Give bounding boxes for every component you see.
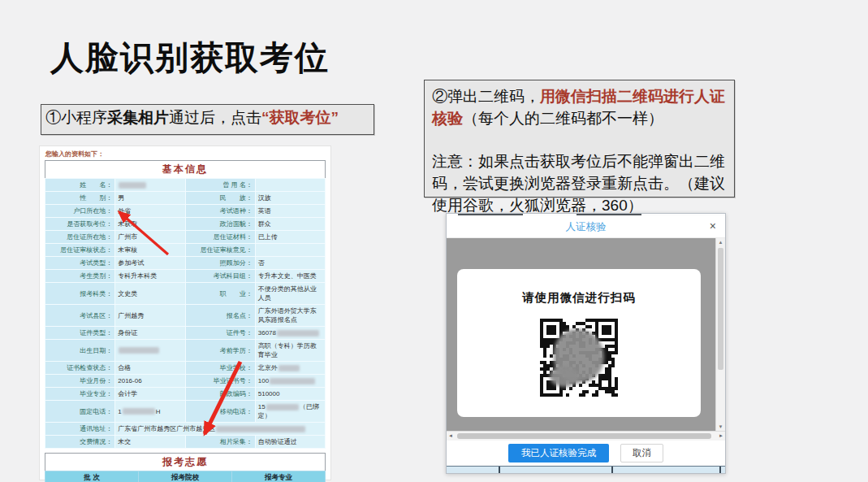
field-value	[115, 179, 185, 192]
step2-text: ②弹出二维码，	[432, 88, 540, 105]
scroll-down-icon[interactable]: ▼	[716, 423, 725, 431]
redacted-value	[270, 378, 315, 384]
qr-privacy-blur-2	[550, 366, 579, 387]
field-value: 广东外语外贸大学东风东路报名点	[255, 305, 325, 327]
page-behind-bottom	[447, 466, 725, 473]
column-header-college: 报考院校	[139, 471, 232, 482]
field-value: 汉族	[255, 192, 325, 205]
dialog-title: 人证核验	[566, 220, 607, 234]
form-intro-text: 您输入的资料如下：	[45, 150, 326, 158]
vertical-scrollbar[interactable]: ▲ ▼	[715, 238, 725, 431]
field-label: 考试语种：	[185, 205, 255, 218]
field-value: 专科升本科类	[115, 270, 185, 283]
field-value: 1H	[115, 401, 185, 423]
dialog-footer: 我已人证核验完成 取消	[447, 441, 725, 466]
field-label: 证书检查状态：	[45, 362, 115, 375]
field-value: 否	[255, 257, 325, 270]
field-value: 未交	[115, 436, 185, 449]
slide: 人脸识别获取考位 ①小程序采集相片通过后，点击“获取考位” ②弹出二维码，用微信…	[0, 0, 868, 482]
step1-text-2: 通过后，点击	[169, 109, 261, 126]
preferences-title: 报考志愿	[45, 454, 326, 471]
qr-code	[540, 319, 618, 397]
info-row: 考生类别：专科升本科类考试科目组：专升本文史、中医类	[45, 270, 326, 283]
field-label: 民 族：	[185, 192, 255, 205]
info-row: 毕业专业：会计学邮政编码：510000	[45, 388, 326, 401]
field-label: 毕业月份：	[45, 375, 115, 388]
field-value: 高职（专科）学历教育毕业	[255, 340, 325, 362]
field-label: 考试类型：	[45, 257, 115, 270]
field-label: 证件类型：	[45, 327, 115, 340]
field-label: 交费情况：	[45, 436, 115, 449]
scroll-right-icon[interactable]: ►	[719, 432, 723, 441]
vertical-scroll-thumb[interactable]	[718, 248, 723, 370]
horizontal-scrollbar[interactable]: ◄ ►	[447, 431, 725, 441]
redacted-value	[119, 347, 159, 354]
scroll-up-icon[interactable]: ▲	[716, 238, 725, 246]
registration-form-screenshot: 您输入的资料如下： 基本信息 姓 名：曾 用 名：性 别：男民 族：汉族户口所在…	[39, 145, 331, 480]
field-label: 相片采集：	[185, 436, 255, 449]
field-value: 参加考试	[115, 257, 185, 270]
field-label: 考前学历：	[185, 340, 255, 362]
redacted-value	[216, 426, 305, 432]
field-label: 居住证所在地：	[45, 231, 115, 244]
field-label: 姓 名：	[45, 179, 115, 192]
field-label: 报名点：	[185, 305, 255, 327]
column-header-batch: 批 次	[45, 471, 139, 482]
redacted-value	[123, 408, 155, 415]
basic-info-table: 基本信息 姓 名：曾 用 名：性 别：男民 族：汉族户口所在地：外省考试语种：英…	[45, 160, 326, 449]
basic-info-title: 基本信息	[45, 161, 326, 179]
field-label: 考试科目组：	[185, 270, 255, 283]
field-label: 考试县区：	[45, 305, 115, 327]
dialog-titlebar: 人证核验 ×	[447, 216, 725, 238]
field-value: 不便分类的其他从业人员	[255, 283, 325, 305]
field-label: 移动电话：	[185, 401, 255, 423]
close-icon[interactable]: ×	[710, 219, 716, 233]
field-value: 100	[255, 375, 325, 388]
scan-instruction: 请使用微信进行扫码	[457, 290, 701, 306]
preferences-header-row: 批 次 报考院校 报考专业	[45, 471, 326, 482]
field-value: 广东省广州市越秀区广州市越秀区	[115, 423, 326, 436]
field-value: 广州越秀	[115, 305, 185, 327]
field-label: 出生日期：	[45, 340, 115, 362]
field-label: 性 别：	[45, 192, 115, 205]
info-row: 是否获取考位：未获取政治面貌：群众	[45, 218, 326, 231]
column-header-major: 报考专业	[232, 471, 326, 482]
info-row: 固定电话：1H移动电话：15（已绑定）	[45, 401, 326, 423]
field-label: 照顾加分：	[185, 257, 255, 270]
field-label: 居住证材料：	[185, 231, 255, 244]
info-row: 居住证所在地：广州市居住证材料：已上传	[45, 231, 326, 244]
verification-dialog-screenshot: 人证核验 × 请使用微信进行扫码 ▲ ▼ ◄ ► 我已	[446, 213, 726, 474]
info-row: 居住证审核状态：未审核居住证审核意见：	[45, 244, 326, 257]
field-value: 广州市	[115, 231, 185, 244]
field-label: 职 业：	[185, 283, 255, 305]
field-label: 邮政编码：	[185, 388, 255, 401]
cancel-button[interactable]: 取消	[620, 444, 663, 462]
field-value	[115, 340, 185, 362]
info-row: 证件类型：身份证证件号：36078	[45, 327, 326, 340]
field-label: 毕业学校：	[185, 362, 255, 375]
horizontal-scroll-thumb[interactable]	[457, 433, 711, 439]
info-row: 通讯地址：广东省广州市越秀区广州市越秀区	[45, 423, 326, 436]
step1-instruction: ①小程序采集相片通过后，点击“获取考位”	[41, 104, 374, 135]
field-label: 居住证审核意见：	[185, 244, 255, 257]
preferences-table: 报考志愿 批 次 报考院校 报考专业 专科升本科 院校1：10574 华南师范大…	[45, 453, 326, 482]
info-row: 出生日期：考前学历：高职（专科）学历教育毕业	[45, 340, 326, 362]
field-value	[255, 244, 325, 257]
basic-info-body: 姓 名：曾 用 名：性 别：男民 族：汉族户口所在地：外省考试语种：英语是否获取…	[45, 179, 326, 449]
field-label: 毕业专业：	[45, 388, 115, 401]
field-value: 北京外	[255, 362, 325, 375]
field-label: 户口所在地：	[45, 205, 115, 218]
scroll-left-icon[interactable]: ◄	[448, 432, 453, 441]
info-row: 毕业月份：2016-06毕业证书号：100	[45, 375, 326, 388]
field-label: 报考科类：	[45, 283, 115, 305]
field-value: 510000	[255, 388, 325, 401]
step1-bold-text: 采集相片	[107, 109, 169, 126]
field-label: 固定电话：	[45, 401, 115, 423]
field-value: 文史类	[115, 283, 185, 305]
field-label: 是否获取考位：	[45, 218, 115, 231]
verification-complete-button[interactable]: 我已人证核验完成	[508, 444, 609, 462]
step2-instruction: ②弹出二维码，用微信扫描二维码进行人证核验（每个人的二维码都不一样） 注意：如果…	[424, 80, 735, 198]
field-value: 男	[115, 192, 185, 205]
field-value: 未获取	[115, 218, 185, 231]
field-value: 合格	[115, 362, 185, 375]
